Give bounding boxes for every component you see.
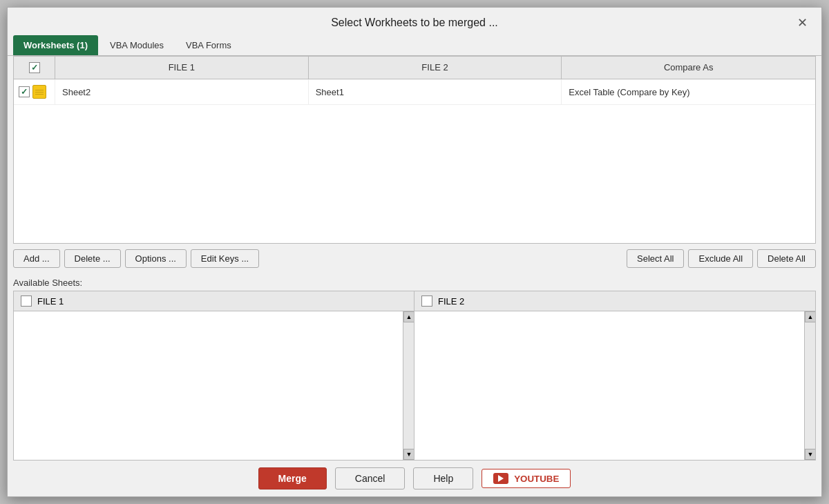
youtube-button[interactable]: YOUTUBE	[482, 469, 571, 488]
youtube-icon	[493, 473, 508, 484]
avail-col1-header: FILE 1	[14, 291, 414, 311]
tab-vba-modules[interactable]: VBA Modules	[99, 35, 174, 55]
avail-col1-label: FILE 1	[37, 296, 64, 307]
merge-button[interactable]: Merge	[258, 467, 327, 490]
delete-button[interactable]: Delete ...	[64, 249, 121, 268]
youtube-label: YOUTUBE	[514, 474, 559, 484]
scroll-up-arrow-2[interactable]: ▲	[805, 311, 815, 322]
row-checkbox[interactable]	[19, 86, 30, 97]
table-row: Sheet2 Sheet1 Excel Table (Compare by Ke…	[14, 79, 815, 105]
avail-col-file2: FILE 2 ▲ ▼	[414, 291, 815, 460]
delete-all-button[interactable]: Delete All	[757, 249, 816, 268]
col-header-file1: FILE 1	[55, 57, 309, 79]
sheet-icon	[32, 85, 46, 99]
avail-col2-scrollbar[interactable]: ▲ ▼	[804, 311, 815, 460]
avail-col1-checkbox[interactable]	[21, 295, 32, 307]
avail-col2-label: FILE 2	[438, 296, 464, 307]
bottom-buttons-row: Merge Cancel Help YOUTUBE	[8, 461, 821, 496]
col-header-checkbox[interactable]	[14, 57, 55, 79]
tabs-row: Worksheets (1) VBA Modules VBA Forms	[8, 35, 821, 56]
scroll-track	[403, 322, 414, 449]
avail-col2-header: FILE 2	[414, 291, 815, 311]
avail-col1-body: ▲ ▼	[14, 311, 414, 460]
tab-vba-forms[interactable]: VBA Forms	[175, 35, 242, 55]
table-empty-area	[14, 105, 815, 243]
row-file1: Sheet2	[55, 79, 309, 104]
col-header-compare-as: Compare As	[562, 57, 815, 79]
dialog: Select Workheets to be merged ... ✕ Work…	[7, 7, 822, 497]
add-button[interactable]: Add ...	[13, 249, 60, 268]
avail-col2-body: ▲ ▼	[414, 311, 815, 460]
available-sheets-label: Available Sheets:	[8, 273, 821, 291]
row-compare-as: Excel Table (Compare by Key)	[562, 79, 815, 104]
table-header: FILE 1 FILE 2 Compare As	[14, 57, 815, 79]
available-sheets-grid: FILE 1 ▲ ▼ FILE 2 ▲ ▼	[13, 291, 816, 461]
close-button[interactable]: ✕	[794, 14, 810, 31]
action-buttons-left: Add ... Delete ... Options ... Edit Keys…	[13, 249, 259, 268]
edit-keys-button[interactable]: Edit Keys ...	[191, 249, 259, 268]
scroll-track-2	[805, 322, 815, 449]
select-all-checkbox[interactable]	[29, 62, 40, 73]
cancel-button[interactable]: Cancel	[335, 467, 406, 490]
col-header-file2: FILE 2	[309, 57, 562, 79]
help-button[interactable]: Help	[413, 467, 473, 490]
avail-col-file1: FILE 1 ▲ ▼	[14, 291, 414, 460]
row-checkbox-cell[interactable]	[14, 79, 55, 104]
tab-worksheets[interactable]: Worksheets (1)	[13, 35, 98, 55]
action-buttons-right: Select All Exclude All Delete All	[627, 249, 816, 268]
select-all-button[interactable]: Select All	[627, 249, 684, 268]
scroll-down-arrow-2[interactable]: ▼	[805, 449, 815, 460]
row-file2: Sheet1	[309, 79, 562, 104]
action-buttons-row: Add ... Delete ... Options ... Edit Keys…	[8, 244, 821, 273]
titlebar: Select Workheets to be merged ... ✕	[8, 8, 821, 35]
scroll-down-arrow[interactable]: ▼	[403, 449, 414, 460]
dialog-title: Select Workheets to be merged ...	[35, 17, 794, 29]
avail-col1-scrollbar[interactable]: ▲ ▼	[403, 311, 414, 460]
avail-col2-checkbox[interactable]	[421, 295, 432, 307]
options-button[interactable]: Options ...	[125, 249, 187, 268]
main-table: FILE 1 FILE 2 Compare As Sheet2 Sheet1 E…	[13, 56, 816, 244]
scroll-up-arrow[interactable]: ▲	[403, 311, 414, 322]
exclude-all-button[interactable]: Exclude All	[688, 249, 753, 268]
